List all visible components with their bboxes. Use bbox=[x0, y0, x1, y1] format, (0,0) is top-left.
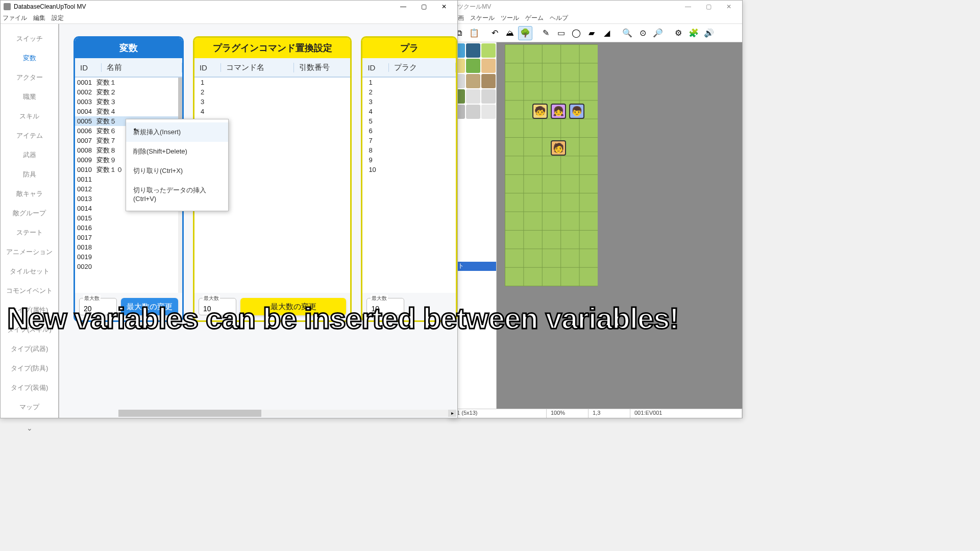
sidebar-item[interactable]: 敵キャラ bbox=[16, 189, 43, 198]
horizontal-scrollbar[interactable]: ◂ ▸ bbox=[118, 410, 456, 417]
table-row[interactable]: 0020 bbox=[75, 262, 182, 271]
menu-item[interactable]: ゲーム bbox=[525, 14, 544, 22]
table-row[interactable]: 5 bbox=[362, 116, 456, 126]
table-row[interactable]: 6 bbox=[362, 126, 456, 136]
col-command[interactable]: コマンド名 bbox=[221, 63, 294, 72]
table-row[interactable]: 0015 bbox=[75, 213, 182, 223]
col-plugin[interactable]: プラク bbox=[389, 63, 456, 72]
sidebar-item[interactable]: タイプ(装備) bbox=[11, 383, 48, 392]
table-row[interactable]: 0017 bbox=[75, 233, 182, 242]
map-sprite[interactable]: 👦 bbox=[569, 104, 584, 119]
table-row[interactable]: 0016 bbox=[75, 223, 182, 233]
context-menu-item[interactable]: 切り取り(Ctrl+X) bbox=[126, 161, 228, 181]
map-sprite[interactable]: 👧 bbox=[551, 104, 566, 119]
maximize-button[interactable]: ▢ bbox=[413, 1, 434, 13]
ellipse-icon[interactable]: ◯ bbox=[569, 26, 583, 40]
menu-item[interactable]: ヘルプ bbox=[550, 14, 568, 22]
sidebar-item[interactable]: アイテム bbox=[16, 131, 43, 140]
sidebar-item[interactable]: アニメーション bbox=[6, 247, 53, 257]
context-menu-item[interactable]: 新規挿入(Insert) bbox=[126, 122, 228, 142]
sidebar-item[interactable]: タイプ(武器) bbox=[11, 344, 48, 354]
plugin-command-title: プラグインコマンド置換設定 bbox=[194, 38, 350, 58]
status-pos: 01 (5x13) bbox=[450, 409, 547, 418]
sidebar-item[interactable]: ステート bbox=[16, 228, 43, 237]
sound-icon[interactable]: 🔊 bbox=[702, 26, 716, 40]
sidebar-item[interactable]: 敵グループ bbox=[13, 209, 46, 218]
sidebar-item[interactable]: アクター bbox=[16, 73, 43, 82]
close-button[interactable]: ✕ bbox=[434, 1, 454, 13]
table-row[interactable]: 4 bbox=[194, 107, 350, 116]
menu-item[interactable]: 設定 bbox=[52, 14, 64, 22]
table-row[interactable]: 2 bbox=[362, 87, 456, 97]
context-menu-item[interactable]: 削除(Shift+Delete) bbox=[126, 142, 228, 161]
sidebar-item[interactable]: タイルセット bbox=[10, 267, 50, 276]
map-canvas[interactable]: 🧒👧👦🧑 bbox=[497, 42, 742, 409]
fill-icon[interactable]: ▰ bbox=[584, 26, 599, 40]
table-row[interactable]: 4 bbox=[362, 107, 456, 116]
table-row[interactable]: 0001変数１ bbox=[75, 78, 182, 87]
col-name[interactable]: 名前 bbox=[102, 63, 182, 72]
menu-item[interactable]: ツール bbox=[501, 14, 519, 22]
col-id[interactable]: ID bbox=[75, 63, 102, 72]
sidebar-item[interactable]: 職業 bbox=[23, 92, 36, 102]
sidebar-item[interactable]: 防具 bbox=[23, 170, 36, 179]
zoom-in-icon[interactable]: 🔍 bbox=[620, 26, 634, 40]
zoom-out-icon[interactable]: 🔎 bbox=[651, 26, 665, 40]
table-row[interactable]: 3 bbox=[194, 97, 350, 107]
rect-icon[interactable]: ▭ bbox=[554, 26, 568, 40]
menu-item[interactable]: ファイル bbox=[3, 14, 27, 22]
table-row[interactable]: 9 bbox=[362, 155, 456, 165]
map-sprite[interactable]: 🧑 bbox=[551, 140, 566, 156]
sidebar-item[interactable]: スキル bbox=[19, 112, 39, 121]
settings-icon[interactable]: ⚙ bbox=[671, 26, 685, 40]
table-row[interactable]: 0018 bbox=[75, 242, 182, 252]
plugin-icon[interactable]: 🧩 bbox=[687, 26, 701, 40]
col-arg[interactable]: 引数番号 bbox=[294, 63, 350, 72]
sidebar-item[interactable]: 変数 bbox=[23, 54, 36, 63]
sidebar-item[interactable]: マップ bbox=[19, 403, 39, 412]
minimize-button[interactable]: — bbox=[678, 1, 698, 13]
minimize-button[interactable]: — bbox=[393, 1, 413, 13]
sidebar-item[interactable]: スイッチ bbox=[16, 34, 43, 43]
col-id[interactable]: ID bbox=[194, 63, 221, 72]
table-row[interactable]: 0002変数２ bbox=[75, 87, 182, 97]
palette-tile[interactable] bbox=[466, 74, 480, 88]
chevron-down-icon[interactable]: ⌄ bbox=[27, 424, 33, 432]
table-row[interactable]: 8 bbox=[362, 145, 456, 155]
shadow-icon[interactable]: ◢ bbox=[600, 26, 614, 40]
terrain-a-icon[interactable]: ⛰ bbox=[503, 26, 517, 40]
table-row[interactable]: 7 bbox=[362, 136, 456, 145]
map-sprite[interactable]: 🧒 bbox=[532, 104, 548, 119]
table-row[interactable]: 0004変数４ bbox=[75, 107, 182, 116]
table-row[interactable]: 1 bbox=[362, 78, 456, 87]
menu-item[interactable]: 編集 bbox=[33, 14, 45, 22]
table-row[interactable]: 1 bbox=[194, 78, 350, 87]
table-row[interactable]: 3 bbox=[362, 97, 456, 107]
palette-tile[interactable] bbox=[481, 105, 496, 119]
menu-item[interactable]: スケール bbox=[470, 14, 495, 22]
table-row[interactable]: 0003変数３ bbox=[75, 97, 182, 107]
palette-tile[interactable] bbox=[481, 59, 496, 73]
table-row[interactable]: 0019 bbox=[75, 252, 182, 262]
palette-tile[interactable] bbox=[481, 43, 496, 58]
palette-tile[interactable] bbox=[466, 89, 480, 104]
context-menu-item[interactable]: 切り取ったデータの挿入(Ctrl+V) bbox=[126, 181, 228, 208]
sidebar-item[interactable]: タイプ(防具) bbox=[11, 364, 48, 373]
palette-tile[interactable] bbox=[466, 43, 480, 58]
palette-tile[interactable] bbox=[481, 89, 496, 104]
terrain-b-icon[interactable]: 🌳 bbox=[518, 26, 532, 40]
paste-icon[interactable]: 📋 bbox=[467, 26, 481, 40]
palette-tile[interactable] bbox=[481, 74, 496, 88]
table-row[interactable]: 2 bbox=[194, 87, 350, 97]
sidebar-item[interactable]: 武器 bbox=[23, 151, 36, 160]
pencil-icon[interactable]: ✎ bbox=[538, 26, 553, 40]
close-button[interactable]: ✕ bbox=[719, 1, 739, 13]
palette-tile[interactable] bbox=[466, 105, 480, 119]
col-id[interactable]: ID bbox=[362, 63, 389, 72]
undo-icon[interactable]: ↶ bbox=[487, 26, 502, 40]
zoom-actual-icon[interactable]: ⊙ bbox=[635, 26, 650, 40]
table-row[interactable]: 10 bbox=[362, 165, 456, 174]
maximize-button[interactable]: ▢ bbox=[698, 1, 719, 13]
sidebar-item[interactable]: コモンイベント bbox=[6, 286, 53, 295]
palette-tile[interactable] bbox=[466, 59, 480, 73]
